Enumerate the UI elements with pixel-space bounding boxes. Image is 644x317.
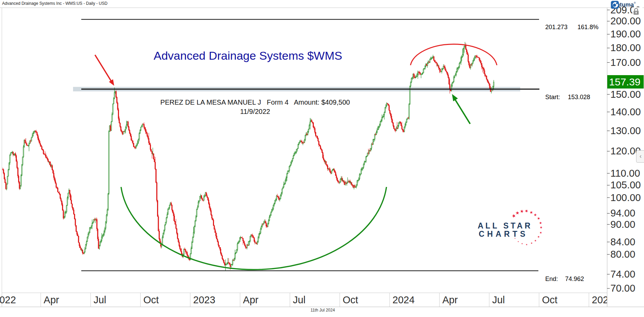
time-axis-label: Jul	[492, 294, 505, 306]
time-axis-label: Apr	[442, 294, 458, 306]
price-axis-label: 90.00	[610, 219, 635, 230]
last-price-badge: 157.39	[607, 75, 644, 89]
top-arc-annotation[interactable]	[410, 44, 497, 65]
end-value-text: 74.962	[565, 275, 584, 283]
allstar-text-line2: CHARTS	[479, 230, 528, 239]
price-axis-label: 200.00	[610, 15, 641, 27]
end-label-text: End:	[545, 275, 558, 283]
star-icon: ★	[521, 243, 523, 245]
star-icon: ★	[539, 231, 542, 235]
fib-161-label[interactable]: 201.273161.8%	[542, 15, 598, 31]
price-axis-label: 150.00	[610, 89, 641, 100]
time-axis-labels: 2022AprJulOct2023AprJulOct2024AprJulOct2…	[0, 293, 607, 307]
star-icon: ★	[539, 221, 542, 225]
optuma-chart-window: { "window": { "title_bar": "Advanced Dra…	[0, 0, 644, 317]
start-label-text: Start:	[545, 93, 560, 101]
price-axis-label: 74.00	[610, 268, 635, 280]
star-icon: ★	[529, 210, 533, 214]
red-arrow-head[interactable]	[109, 79, 114, 86]
axis-collapse-button[interactable]: ‹	[636, 150, 644, 163]
fib-161-pct: 161.8%	[577, 23, 598, 31]
time-axis-label: 2023	[193, 294, 215, 306]
allstar-text-line1: ALL STAR	[478, 221, 533, 231]
chart-title-annotation[interactable]: Advanced Drainage Systems $WMS	[154, 49, 342, 62]
start-level-label[interactable]: Start:153.028	[542, 85, 590, 101]
window-title: Advanced Drainage Systems Inc - WMS:US -…	[2, 1, 107, 6]
price-axis-label: 140.00	[610, 106, 641, 118]
time-axis-label: Apr	[243, 294, 259, 306]
red-arrow-annotation[interactable]	[95, 55, 111, 81]
footer-date: 11th Jul 2024	[300, 308, 345, 313]
star-icon: ★	[526, 243, 528, 246]
fib-161-price: 201.273	[545, 23, 568, 31]
price-axis-label: 130.00	[610, 125, 641, 137]
price-axis-label: 70.00	[610, 282, 635, 294]
price-axis-label: 100.00	[610, 192, 641, 203]
price-axis-label: 84.00	[610, 236, 635, 248]
registered-mark: ®	[634, 1, 636, 5]
green-arrow-annotation[interactable]	[455, 99, 470, 124]
price-axis-label: 190.00	[610, 28, 641, 40]
time-axis-label: Jul	[293, 294, 306, 306]
candle-bodies-down	[2, 45, 492, 267]
time-axis-label: Oct	[143, 294, 159, 306]
time-axis-label: Jul	[94, 294, 106, 306]
time-axis-label: 2022	[0, 294, 16, 306]
time-axis-label: Oct	[343, 294, 358, 306]
cup-base-arc-annotation[interactable]	[121, 187, 386, 270]
start-value-text: 153.028	[568, 93, 590, 101]
star-icon: ★	[534, 239, 537, 242]
price-axis-label: 110.00	[610, 167, 640, 179]
star-icon: ★	[514, 237, 516, 239]
time-axis-label: Oct	[542, 294, 558, 306]
end-level-label[interactable]: End:74.962	[542, 267, 584, 283]
price-axis-label: 170.00	[610, 57, 641, 68]
candle-wicks-down	[3, 43, 492, 270]
star-icon: ★	[517, 240, 519, 243]
star-icon: ★	[515, 210, 520, 215]
price-axis-label: 80.00	[610, 248, 635, 260]
lock-icon[interactable]	[632, 7, 643, 17]
time-axis-label: 2025	[592, 294, 607, 306]
star-icon: ★	[537, 236, 540, 239]
insider-transaction-annotation[interactable]: PEREZ DE LA MESA MANUEL J Form 4 Amount:…	[149, 98, 361, 106]
time-axis-label: Apr	[44, 294, 59, 306]
green-arrow-head[interactable]	[452, 94, 458, 101]
star-icon: ★	[540, 226, 543, 230]
star-icon: ★	[534, 213, 537, 217]
optuma-logo-icon	[611, 1, 619, 9]
star-icon: ★	[520, 209, 524, 214]
insider-date-annotation[interactable]: 11/9/2022	[149, 108, 361, 116]
time-axis-label: 2024	[393, 294, 415, 306]
price-axis-label: 180.00	[610, 42, 641, 54]
star-icon: ★	[530, 242, 533, 245]
price-axis-label: 105.00	[610, 179, 641, 191]
price-axis-label: 94.00	[610, 207, 635, 219]
